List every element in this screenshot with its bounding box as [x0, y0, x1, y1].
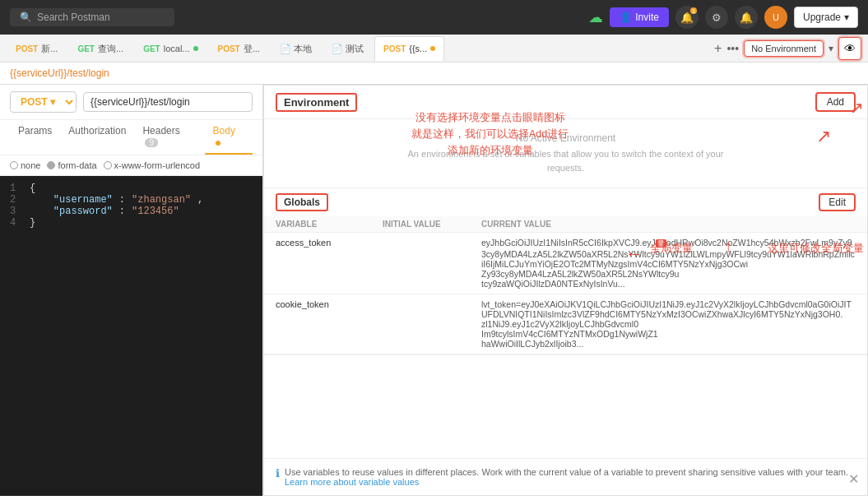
search-placeholder: Search Postman	[37, 12, 110, 23]
code-line: 4 }	[10, 217, 253, 229]
tab-params[interactable]: Params	[10, 120, 60, 155]
radio-icon	[47, 161, 55, 169]
tab-method: POST	[218, 44, 240, 53]
current-val-cookie-token: lvt_token=eyJ0eXAiOiJKV1QiLCJhbGciOiJIUz…	[470, 294, 867, 354]
search-bar[interactable]: 🔍 Search Postman	[10, 8, 174, 26]
more-tabs-button[interactable]: •••	[726, 42, 739, 55]
eye-button[interactable]: 👁	[838, 37, 861, 60]
no-active-desc: An environment is a set of variables tha…	[402, 147, 731, 174]
current-val-access-token: eyJhbGciOiJIUzI1NiIsInR5cCI6IkpXVCJ9.eyJ…	[470, 233, 867, 294]
url-bar: {{serviceUrl}}/test/login	[0, 62, 868, 85]
tab-method: GET	[77, 44, 95, 53]
url-input[interactable]	[83, 92, 253, 112]
tab-method: POST	[383, 44, 406, 53]
request-tabs: Params Authorization Headers 9 Body	[0, 120, 262, 155]
globals-table-container: VARIABLE INITIAL VALUE CURRENT VALUE acc…	[264, 216, 867, 354]
radio-icon	[104, 161, 112, 169]
col-initial: INITIAL VALUE	[371, 216, 470, 233]
tab-test[interactable]: 📄 测试	[323, 36, 373, 61]
tab-get-query[interactable]: GET 查询...	[68, 36, 132, 61]
env-popup-header: Environment Add	[264, 86, 867, 119]
upgrade-button[interactable]: Upgrade ▾	[794, 7, 858, 28]
initial-val-cookie-token	[371, 294, 470, 354]
env-selector-label: No Environment	[751, 44, 816, 53]
env-no-active: No Active Environment An environment is …	[264, 119, 867, 188]
tab-bar: POST 新... GET 查询... GET local... POST 登.…	[0, 35, 868, 62]
radio-icon	[10, 161, 18, 169]
close-button[interactable]: ✕	[848, 471, 859, 487]
method-select[interactable]: POST ▾	[10, 91, 77, 113]
nav-right: ☁ 👤 Invite 🔔1 ⚙ 🔔 U Upgrade ▾	[588, 6, 858, 29]
footer-note: ℹ Use variables to reuse values in diffe…	[264, 458, 867, 495]
radio-none[interactable]: none	[10, 160, 40, 170]
col-current: CURRENT VALUE	[470, 216, 867, 233]
code-line: 3 "password":"123456"	[10, 206, 253, 217]
tab-post-new[interactable]: POST 新...	[7, 36, 67, 61]
settings-icon[interactable]: ⚙	[705, 6, 728, 29]
request-area: POST ▾ Params Authorization Headers 9 Bo…	[0, 85, 868, 496]
tab-service-login[interactable]: POST {{s...	[374, 36, 444, 61]
env-popup-title: Environment	[276, 93, 357, 112]
initial-val-access-token	[371, 233, 470, 294]
search-icon: 🔍	[20, 12, 32, 23]
invite-button[interactable]: 👤 Invite	[610, 7, 669, 27]
tab-get-local[interactable]: GET local...	[134, 36, 207, 61]
globals-header: Globals Edit	[264, 188, 867, 216]
col-variable: VARIABLE	[264, 216, 371, 233]
var-name-cookie-token: cookie_token	[264, 294, 371, 354]
tab-authorization[interactable]: Authorization	[60, 120, 134, 155]
code-line: 1 {	[10, 183, 253, 194]
chevron-down-icon: ▾	[844, 12, 849, 23]
radio-form-data[interactable]: form-data	[47, 160, 96, 170]
tab-label: 查询...	[98, 43, 123, 55]
footer-note-text: Use variables to reuse values in differe…	[285, 467, 856, 487]
body-type-row: none form-data x-www-form-urlencod	[0, 155, 262, 176]
info-icon: ℹ	[276, 467, 280, 479]
var-name-access-token: access_token	[264, 233, 371, 294]
tab-label: 📄 本地	[280, 43, 312, 55]
tab-post-login[interactable]: POST 登...	[209, 36, 269, 61]
tab-method: GET	[143, 44, 160, 53]
code-line: 2 "username":"zhangsan",	[10, 194, 253, 206]
add-tab-button[interactable]: +	[714, 41, 722, 56]
table-row: access_token eyJhbGciOiJIUzI1NiIsInR5cCI…	[264, 233, 867, 294]
tab-label: 📄 测试	[332, 43, 364, 55]
tab-label: local...	[164, 44, 190, 53]
table-row: cookie_token lvt_token=eyJ0eXAiOiJKV1QiL…	[264, 294, 867, 354]
dot-indicator	[430, 46, 435, 51]
avatar[interactable]: U	[764, 6, 787, 29]
tab-local[interactable]: 📄 本地	[271, 36, 321, 61]
method-url-row: POST ▾	[0, 85, 262, 120]
globals-section: Globals Edit VARIABLE INITIAL VALUE CURR…	[264, 188, 867, 355]
footer-link[interactable]: Learn more about variable values	[285, 477, 419, 487]
url-template: {{serviceUrl}}/test/login	[10, 67, 109, 79]
radio-urlencoded[interactable]: x-www-form-urlencod	[104, 160, 201, 170]
code-editor[interactable]: 1 { 2 "username":"zhangsan", 3 "password…	[0, 176, 262, 496]
tab-label: 新...	[41, 43, 58, 55]
globals-table: VARIABLE INITIAL VALUE CURRENT VALUE acc…	[264, 216, 867, 354]
env-popup: Environment Add No Active Environment An…	[263, 85, 868, 496]
globals-title: Globals	[276, 193, 328, 211]
env-chevron-icon[interactable]: ▾	[829, 43, 833, 54]
tab-method: POST	[16, 44, 38, 53]
no-active-title: No Active Environment	[277, 132, 854, 144]
left-panel: POST ▾ Params Authorization Headers 9 Bo…	[0, 85, 263, 496]
edit-button[interactable]: Edit	[819, 193, 856, 211]
cloud-icon: ☁	[588, 8, 603, 26]
invite-icon: 👤	[620, 12, 632, 23]
tab-label: 登...	[244, 43, 260, 55]
url-display: {{serviceUrl}}/test/login	[10, 67, 109, 79]
tab-headers[interactable]: Headers 9	[134, 120, 204, 155]
bell-icon[interactable]: 🔔	[735, 6, 758, 29]
right-panel: Environment Add No Active Environment An…	[263, 85, 868, 496]
tab-actions: + ••• No Environment ▾ 👁	[714, 37, 861, 60]
tab-body[interactable]: Body	[205, 120, 253, 155]
add-button[interactable]: Add	[815, 92, 856, 112]
dot-indicator	[193, 46, 198, 51]
top-nav: 🔍 Search Postman ☁ 👤 Invite 🔔1 ⚙ 🔔 U Upg…	[0, 0, 868, 35]
notification-bell-icon[interactable]: 🔔1	[675, 6, 699, 29]
tab-label: {{s...	[409, 44, 427, 53]
env-selector[interactable]: No Environment	[744, 40, 824, 57]
